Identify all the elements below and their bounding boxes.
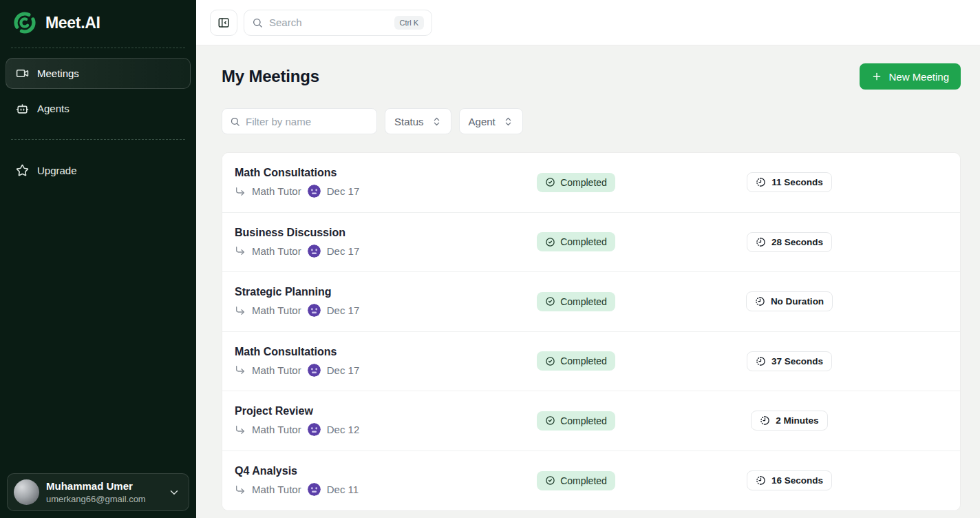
user-name: Muhammad Umer xyxy=(46,480,146,492)
sidebar-item-label: Upgrade xyxy=(37,165,77,176)
circle-check-icon xyxy=(545,177,555,187)
agent-avatar xyxy=(308,185,321,198)
meeting-status-cell: Completed xyxy=(537,232,615,251)
meeting-date: Dec 11 xyxy=(327,484,359,495)
sidebar-secondary-nav: Upgrade xyxy=(0,140,196,186)
meeting-info: Strategic Planning Math Tutor Dec 17 xyxy=(235,286,466,317)
user-menu-button[interactable]: Muhammad Umer umerkang66@gmail.com xyxy=(7,473,189,511)
duration-label: 11 Seconds xyxy=(771,177,822,187)
agent-avatar xyxy=(308,423,321,436)
agent-avatar xyxy=(308,304,321,317)
meeting-row[interactable]: Project Review Math Tutor Dec 12 xyxy=(222,391,960,451)
filter-by-name-input[interactable] xyxy=(246,116,369,127)
content: My Meetings New Meeting Status xyxy=(196,45,980,518)
status-label: Completed xyxy=(560,415,607,426)
meeting-info: Math Consultations Math Tutor Dec 17 xyxy=(235,167,466,198)
clock-fading-icon xyxy=(756,475,766,486)
status-label: Completed xyxy=(560,475,607,486)
meeting-meta: Math Tutor Dec 12 xyxy=(235,423,466,436)
meeting-date: Dec 17 xyxy=(327,304,360,316)
status-badge: Completed xyxy=(537,411,615,431)
corner-down-right-icon xyxy=(235,424,246,435)
meeting-row[interactable]: Math Consultations Math Tutor Dec 17 xyxy=(222,153,960,213)
search-icon xyxy=(252,17,263,28)
plus-icon xyxy=(871,71,882,82)
new-meeting-button[interactable]: New Meeting xyxy=(860,63,961,90)
agent-avatar xyxy=(308,245,321,258)
duration-label: 2 Minutes xyxy=(776,415,818,426)
meeting-date: Dec 12 xyxy=(327,424,360,435)
sidebar-item-agents[interactable]: Agents xyxy=(6,93,191,124)
corner-down-right-icon xyxy=(235,186,246,197)
sidebar-toggle-button[interactable] xyxy=(210,10,237,36)
filters-bar: Status Agent xyxy=(222,108,961,134)
meeting-date: Dec 17 xyxy=(327,364,360,376)
filter-by-name-field xyxy=(222,108,377,134)
circle-check-icon xyxy=(545,356,555,366)
status-badge: Completed xyxy=(537,471,615,490)
meeting-row[interactable]: Math Consultations Math Tutor Dec 17 xyxy=(222,332,960,392)
meeting-meta: Math Tutor Dec 17 xyxy=(235,185,466,198)
meeting-status-cell: Completed xyxy=(537,411,615,431)
sidebar-item-upgrade[interactable]: Upgrade xyxy=(6,155,191,186)
corner-down-right-icon xyxy=(235,305,246,316)
video-icon xyxy=(16,67,29,80)
meeting-agent: Math Tutor xyxy=(252,185,301,197)
status-badge: Completed xyxy=(537,173,615,192)
search-button[interactable]: Search Ctrl K xyxy=(244,10,432,36)
meeting-info: Project Review Math Tutor Dec 12 xyxy=(235,405,466,436)
agent-filter-select[interactable]: Agent xyxy=(459,108,523,134)
clock-fading-icon xyxy=(756,237,766,247)
meeting-agent: Math Tutor xyxy=(252,364,301,376)
meetings-list: Math Consultations Math Tutor Dec 17 xyxy=(222,152,961,511)
page-title: My Meetings xyxy=(222,67,319,86)
corner-down-right-icon xyxy=(235,364,246,375)
sidebar-item-meetings[interactable]: Meetings xyxy=(6,58,191,89)
meeting-meta: Math Tutor Dec 17 xyxy=(235,364,466,377)
status-label: Completed xyxy=(560,355,607,366)
meeting-duration-cell: 16 Seconds xyxy=(747,470,832,490)
star-icon xyxy=(16,164,29,177)
clock-fading-icon xyxy=(755,296,765,307)
user-avatar xyxy=(14,479,39,505)
meeting-title: Math Consultations xyxy=(235,167,466,179)
duration-label: 37 Seconds xyxy=(771,356,823,366)
meeting-row[interactable]: Business Discussion Math Tutor Dec 17 xyxy=(222,213,960,273)
meeting-agent: Math Tutor xyxy=(252,245,301,257)
meeting-duration-cell: 11 Seconds xyxy=(747,172,831,192)
meeting-info: Business Discussion Math Tutor Dec 17 xyxy=(235,227,466,258)
meeting-duration-cell: 2 Minutes xyxy=(751,411,827,431)
brand: Meet.AI xyxy=(0,0,196,45)
circle-check-icon xyxy=(545,475,555,486)
meeting-row[interactable]: Q4 Analysis Math Tutor Dec 11 xyxy=(222,451,960,511)
meeting-status-cell: Completed xyxy=(537,471,615,490)
sidebar-nav: Meetings Agents xyxy=(0,48,196,124)
search-placeholder: Search xyxy=(269,17,302,28)
brand-logo-icon xyxy=(12,10,37,35)
bot-icon xyxy=(16,102,29,115)
meeting-info: Q4 Analysis Math Tutor Dec 11 xyxy=(235,465,466,496)
meeting-status-cell: Completed xyxy=(537,292,615,311)
agent-filter-label: Agent xyxy=(469,116,496,127)
search-icon xyxy=(230,116,240,127)
new-meeting-label: New Meeting xyxy=(888,71,949,83)
user-email: umerkang66@gmail.com xyxy=(46,494,146,504)
status-label: Completed xyxy=(560,296,607,307)
status-label: Completed xyxy=(560,177,607,188)
meeting-status-cell: Completed xyxy=(537,351,615,371)
chevrons-up-down-icon xyxy=(503,116,513,127)
meeting-agent: Math Tutor xyxy=(252,304,301,316)
duration-badge: 2 Minutes xyxy=(751,411,827,431)
search-shortcut-badge: Ctrl K xyxy=(394,16,425,30)
status-badge: Completed xyxy=(537,232,615,251)
status-label: Completed xyxy=(560,236,607,247)
duration-badge: 11 Seconds xyxy=(747,172,831,192)
duration-badge: No Duration xyxy=(746,291,833,311)
sidebar-item-label: Agents xyxy=(37,103,70,114)
meeting-meta: Math Tutor Dec 17 xyxy=(235,304,466,317)
meeting-row[interactable]: Strategic Planning Math Tutor Dec 17 xyxy=(222,272,960,332)
user-info: Muhammad Umer umerkang66@gmail.com xyxy=(46,480,146,504)
panel-left-close-icon xyxy=(217,17,230,29)
status-filter-select[interactable]: Status xyxy=(385,108,451,134)
meeting-agent: Math Tutor xyxy=(252,424,301,435)
